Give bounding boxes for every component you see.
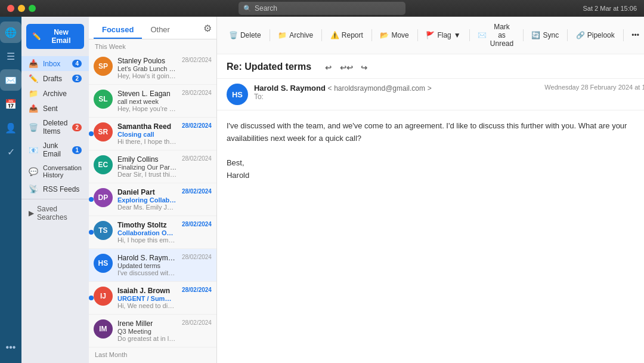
folder-item-junk[interactable]: 📧 Junk Email 1 — [21, 139, 89, 161]
sync-button[interactable]: 🔄 Sync — [527, 29, 564, 42]
unread-indicator — [89, 197, 94, 202]
toolbar-divider — [270, 29, 270, 41]
email-content: Isaiah J. Brown URGENT / Summer deal Hi,… — [117, 287, 177, 309]
unread-indicator — [89, 230, 94, 235]
report-button[interactable]: ⚠️ Report — [326, 29, 368, 42]
folder-item-drafts[interactable]: ✏️ Drafts 2 — [21, 71, 89, 86]
archive-button[interactable]: 📁 Archive — [273, 29, 318, 42]
sender-avatar: HS — [227, 84, 248, 105]
email-date: 28/02/2024 — [182, 122, 212, 129]
filter-icon[interactable]: ⚙ — [203, 23, 212, 38]
junk-icon: 📧 — [29, 146, 38, 155]
folder-item-sent[interactable]: 📤 Sent — [21, 101, 89, 116]
email-item-2[interactable]: SL Steven L. Eagan call next week Hey, H… — [89, 85, 216, 118]
conversation-icon: 💬 — [29, 167, 38, 176]
email-content: Harold S. Raymond Updated terms I've dis… — [117, 254, 177, 276]
email-preview: Dear Sir, I trust this email finds you w… — [117, 171, 177, 178]
email-subject: Closing call — [117, 131, 177, 138]
minimize-button[interactable] — [18, 5, 25, 12]
folder-item-inbox[interactable]: 📥 Inbox 4 — [21, 56, 89, 71]
email-item-3[interactable]: SR Samantha Reed Closing call Hi there, … — [89, 118, 216, 150]
toolbar-divider-8 — [623, 29, 624, 41]
email-content: Daniel Part Exploring Collaboration... D… — [117, 188, 177, 211]
tab-focused[interactable]: Focused — [94, 21, 142, 39]
email-date: 28/02/2024 — [182, 221, 212, 227]
pipelook-icon: 🔗 — [576, 31, 585, 39]
email-item-5[interactable]: DP Daniel Part Exploring Collaboration..… — [89, 183, 216, 216]
inbox-icon: 📥 — [29, 59, 38, 68]
avatar: SP — [94, 57, 113, 76]
pipelook-toolbar-button[interactable]: 🔗 Pipelook — [571, 29, 620, 42]
email-content: Irene Miller Q3 Meeting Do greatest at i… — [117, 319, 177, 342]
email-date: 28/02/2024 — [182, 57, 212, 63]
delete-button[interactable]: 🗑️ Delete — [224, 29, 266, 42]
email-item-4[interactable]: EC Emily Collins Finalizing Our Partners… — [89, 150, 216, 183]
rss-label: RSS Feeds — [43, 185, 79, 193]
sync-icon: 🔄 — [531, 31, 540, 39]
toolbar-divider-2 — [321, 29, 322, 41]
reply-all-icon[interactable]: ↩↩ — [339, 60, 354, 75]
traffic-lights — [7, 5, 36, 12]
sidebar-icon-calendar[interactable]: 📅 — [0, 93, 21, 115]
search-bar[interactable]: 🔍 Search — [239, 2, 405, 15]
reply-icon[interactable]: ↩ — [321, 60, 336, 75]
email-preview: Hi there, I hope this email finds you we… — [117, 138, 177, 145]
email-preview: Hey, How's it going? I've been thinking.… — [117, 72, 177, 79]
more-options-button[interactable]: ••• — [627, 29, 644, 42]
folder-divider — [21, 199, 89, 199]
sidebar-icon-more[interactable]: ••• — [0, 337, 21, 358]
app-container: 🌐 ☰ ✉️ 📅 👤 ✓ ••• ✏️ New Email 📥 Inbox 4 … — [0, 17, 644, 363]
toolbar-divider-5 — [469, 29, 470, 41]
sidebar-icon-home[interactable]: 🌐 — [0, 21, 21, 43]
report-icon: ⚠️ — [330, 31, 339, 39]
toolbar-divider-6 — [523, 29, 524, 41]
folder-item-rss[interactable]: 📡 RSS Feeds — [21, 182, 89, 196]
icon-sidebar: 🌐 ☰ ✉️ 📅 👤 ✓ ••• — [0, 17, 21, 363]
email-subject: Finalizing Our Partnershi... — [117, 164, 177, 171]
saved-searches[interactable]: ▶ Saved Searches — [21, 202, 89, 224]
unread-indicator — [89, 131, 94, 136]
close-button[interactable] — [7, 5, 14, 12]
avatar: DP — [94, 188, 113, 207]
unread-indicator — [89, 296, 94, 300]
flag-button[interactable]: 🚩 Flag ▼ — [421, 29, 465, 42]
sidebar-icon-tasks[interactable]: ✓ — [0, 141, 21, 162]
email-timestamp: Wednesday 28 February 2024 at 12:14 — [544, 84, 644, 91]
email-item-7[interactable]: HS Harold S. Raymond Updated terms I've … — [89, 249, 216, 282]
move-button[interactable]: 📂 Move — [375, 29, 413, 42]
sidebar-icon-contacts[interactable]: 👤 — [0, 117, 21, 139]
sent-label: Sent — [43, 104, 58, 113]
email-date: 28/02/2024 — [182, 188, 212, 195]
deleted-badge: 2 — [72, 124, 82, 131]
folder-item-archive[interactable]: 📁 Archive — [21, 86, 89, 101]
email-tabs: Focused Other ⚙ — [89, 17, 216, 39]
forward-icon[interactable]: ↪ — [357, 60, 371, 75]
email-item-9[interactable]: IM Irene Miller Q3 Meeting Do greatest a… — [89, 315, 216, 347]
mark-unread-button[interactable]: ✉️ Mark as Unread — [473, 20, 519, 50]
sidebar-icon-mail[interactable]: ✉️ — [0, 69, 21, 91]
email-date: 28/02/2024 — [182, 254, 212, 260]
email-preview: Do greatest at in learning steepest. Bre… — [117, 335, 177, 342]
flag-chevron-icon: ▼ — [454, 31, 461, 39]
email-item-6[interactable]: TS Timothy Stoltz Collaboration Opportun… — [89, 216, 216, 249]
last-month-label: Last Month — [89, 347, 216, 360]
email-item-1[interactable]: SP Stanley Poulos Let's Grab Lunch and T… — [89, 52, 216, 85]
folder-item-conversation[interactable]: 💬 Conversation History — [21, 161, 89, 182]
email-item-8[interactable]: IJ Isaiah J. Brown URGENT / Summer deal … — [89, 282, 216, 315]
junk-label: Junk Email — [43, 141, 67, 158]
sent-icon: 📤 — [29, 104, 38, 113]
fullscreen-button[interactable] — [29, 5, 36, 12]
email-content: Timothy Stoltz Collaboration Opportun...… — [117, 221, 177, 244]
tab-other[interactable]: Other — [142, 21, 178, 39]
new-email-button[interactable]: ✏️ New Email — [26, 24, 84, 49]
email-subject-title: Re: Updated terms — [227, 61, 311, 72]
email-date: 28/02/2024 — [182, 319, 212, 326]
title-bar-center: 🔍 Search — [239, 2, 405, 15]
deleted-label: Deleted Items — [43, 119, 67, 136]
folder-item-deleted[interactable]: 🗑️ Deleted Items 2 — [21, 116, 89, 139]
delete-icon: 🗑️ — [229, 31, 238, 39]
body-line2: availabilities next week for a quick cal… — [227, 133, 644, 145]
avatar: IJ — [94, 287, 113, 306]
drafts-icon: ✏️ — [29, 74, 38, 83]
sidebar-icon-toggle[interactable]: ☰ — [0, 45, 21, 67]
